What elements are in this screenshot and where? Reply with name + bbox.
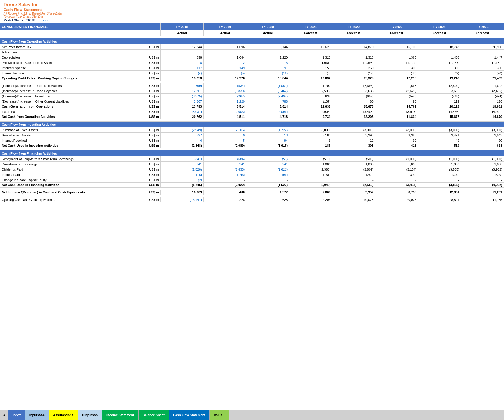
data-cell[interactable]: 17,215 — [375, 76, 418, 81]
data-cell[interactable]: (1,433) — [203, 167, 246, 172]
data-cell[interactable]: 18,743 — [418, 44, 461, 50]
data-cell[interactable]: 14,870 — [461, 114, 504, 119]
tab-balance-sheet[interactable]: Balance Sheet — [139, 410, 169, 420]
data-cell[interactable]: 126 — [461, 99, 504, 104]
data-cell[interactable]: 12,625 — [289, 44, 332, 50]
data-cell[interactable]: (4,252) — [461, 183, 504, 188]
data-cell[interactable]: 400 — [203, 190, 246, 195]
data-cell[interactable]: 49 — [418, 138, 461, 143]
data-cell[interactable]: 185 — [289, 143, 332, 148]
data-cell[interactable]: (2) — [160, 177, 203, 183]
data-cell[interactable]: (2,003) — [203, 109, 246, 114]
data-cell[interactable]: 3,690 — [418, 88, 461, 94]
data-cell[interactable]: 4,718 — [246, 114, 289, 119]
data-cell[interactable]: (51) — [246, 156, 289, 162]
data-cell[interactable]: 3 — [289, 138, 332, 143]
data-cell[interactable]: 6,514 — [203, 104, 246, 109]
data-cell[interactable]: 4,511 — [203, 114, 246, 119]
data-cell[interactable]: - — [289, 177, 332, 183]
data-cell[interactable]: 7,868 — [289, 190, 332, 195]
data-cell[interactable]: (3,000) — [332, 127, 375, 133]
data-cell[interactable]: 15,044 — [246, 76, 289, 81]
data-cell[interactable]: (590) — [375, 94, 418, 99]
data-cell[interactable]: 1,000 — [375, 162, 418, 167]
data-cell[interactable]: 300 — [418, 65, 461, 71]
data-cell[interactable]: (3,927) — [375, 109, 418, 114]
data-cell[interactable]: (1,527) — [246, 183, 289, 188]
data-cell[interactable]: (300) — [418, 172, 461, 177]
data-cell[interactable]: 3,633 — [332, 88, 375, 94]
data-cell[interactable]: (1,528) — [160, 167, 203, 172]
data-cell[interactable]: (3,468) — [332, 109, 375, 114]
data-cell[interactable]: (3,000) — [418, 127, 461, 133]
data-cell[interactable]: 250 — [332, 65, 375, 71]
data-cell[interactable]: - — [418, 177, 461, 183]
data-cell[interactable]: 241 — [203, 162, 246, 167]
data-cell[interactable]: 13,032 — [289, 76, 332, 81]
data-cell[interactable]: 13 — [246, 133, 289, 138]
data-cell[interactable]: (1,157) — [418, 60, 461, 65]
data-cell[interactable]: 1,700 — [289, 83, 332, 88]
data-cell[interactable]: 305 — [332, 143, 375, 148]
data-cell[interactable]: (5) — [203, 71, 246, 76]
data-cell[interactable]: (6,839) — [203, 88, 246, 94]
data-cell[interactable]: 21,462 — [461, 76, 504, 81]
data-cell[interactable]: 628 — [246, 197, 289, 202]
data-cell[interactable]: (2,049) — [289, 183, 332, 188]
data-cell[interactable]: (2,620) — [375, 88, 418, 94]
data-cell[interactable]: 1,602 — [461, 83, 504, 88]
data-cell[interactable]: 10,073 — [332, 197, 375, 202]
data-cell[interactable]: (2,089) — [203, 143, 246, 148]
data-cell[interactable]: 1,663 — [375, 83, 418, 88]
data-cell[interactable]: 112 — [418, 99, 461, 104]
data-cell[interactable]: (1,722) — [246, 127, 289, 133]
data-cell[interactable]: (3,375) — [160, 94, 203, 99]
data-cell[interactable]: 3,471 — [418, 133, 461, 138]
data-cell[interactable]: 9,731 — [289, 114, 332, 119]
data-cell[interactable]: (2,405) — [461, 88, 504, 94]
data-cell[interactable]: 94 — [246, 138, 289, 143]
data-cell[interactable]: (70) — [461, 71, 504, 76]
data-cell[interactable]: 638 — [289, 94, 332, 99]
data-cell[interactable]: 241 — [160, 162, 203, 167]
data-cell[interactable]: (2,809) — [332, 167, 375, 172]
tab-valuation[interactable]: Valua... — [210, 410, 229, 420]
data-cell[interactable]: 1,408 — [418, 55, 461, 60]
data-cell[interactable]: (1,621) — [246, 167, 289, 172]
data-cell[interactable]: 20,762 — [160, 114, 203, 119]
data-cell[interactable]: (3,000) — [461, 127, 504, 133]
data-cell[interactable]: - — [203, 177, 246, 183]
data-cell[interactable] — [246, 50, 289, 55]
data-cell[interactable]: 14,870 — [332, 44, 375, 50]
data-cell[interactable]: 1,000 — [461, 162, 504, 167]
data-cell[interactable]: (684) — [203, 156, 246, 162]
data-cell[interactable]: 1,577 — [246, 190, 289, 195]
data-cell[interactable]: 70 — [461, 138, 504, 143]
data-cell[interactable]: 6,814 — [246, 104, 289, 109]
data-cell[interactable]: 151 — [289, 65, 332, 71]
data-cell[interactable]: 19,861 — [461, 104, 504, 109]
data-cell[interactable]: (2,949) — [160, 127, 203, 133]
data-cell[interactable]: (137) — [289, 99, 332, 104]
data-cell[interactable]: 5 — [246, 60, 289, 65]
data-cell[interactable]: (2,348) — [160, 143, 203, 148]
data-cell[interactable]: 1,000 — [418, 162, 461, 167]
data-cell[interactable]: 16,669 — [160, 190, 203, 195]
data-cell[interactable]: 28,824 — [418, 197, 461, 202]
data-cell[interactable]: 1,220 — [246, 55, 289, 60]
data-cell[interactable]: (2,906) — [289, 109, 332, 114]
data-cell[interactable]: (3) — [289, 71, 332, 76]
data-cell[interactable]: (2,022) — [203, 183, 246, 188]
data-cell[interactable]: (1,615) — [246, 143, 289, 148]
data-cell[interactable]: (3,952) — [461, 167, 504, 172]
data-cell[interactable]: (924) — [461, 94, 504, 99]
data-cell[interactable]: 91 — [246, 65, 289, 71]
data-cell[interactable]: 12,637 — [289, 104, 332, 109]
data-cell[interactable]: (2,096) — [246, 109, 289, 114]
tab-index[interactable]: Index — [8, 410, 25, 420]
data-cell[interactable]: 30 — [375, 138, 418, 143]
data-cell[interactable]: 1,447 — [461, 55, 504, 60]
data-cell[interactable]: (2,494) — [246, 94, 289, 99]
data-cell[interactable]: (3,000) — [289, 127, 332, 133]
data-cell[interactable]: (1,061) — [289, 60, 332, 65]
